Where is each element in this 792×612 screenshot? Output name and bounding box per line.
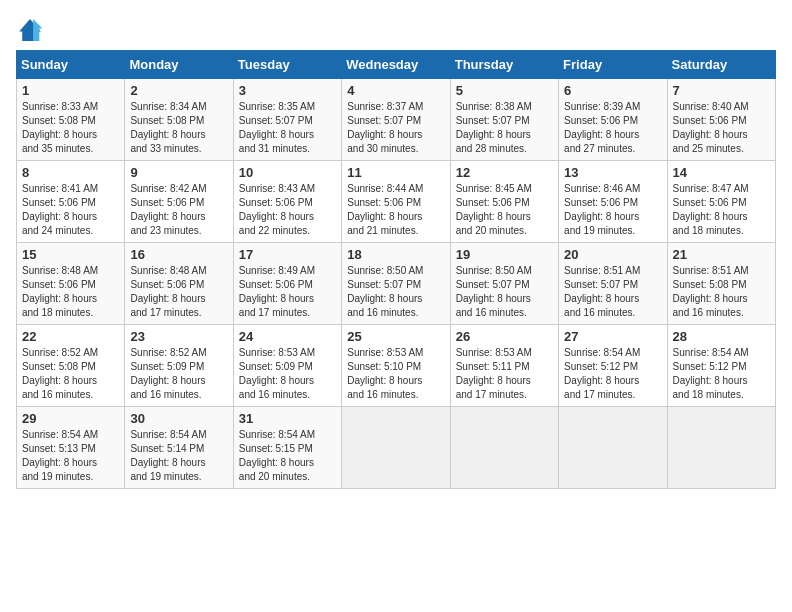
calendar-cell	[667, 407, 775, 489]
weekday-header-saturday: Saturday	[667, 51, 775, 79]
logo-icon	[16, 16, 44, 44]
day-info: Sunrise: 8:42 AMSunset: 5:06 PMDaylight:…	[130, 182, 227, 238]
day-number: 24	[239, 329, 336, 344]
calendar-cell: 19Sunrise: 8:50 AMSunset: 5:07 PMDayligh…	[450, 243, 558, 325]
day-number: 8	[22, 165, 119, 180]
day-info: Sunrise: 8:50 AMSunset: 5:07 PMDaylight:…	[456, 264, 553, 320]
day-info: Sunrise: 8:53 AMSunset: 5:10 PMDaylight:…	[347, 346, 444, 402]
calendar-cell: 10Sunrise: 8:43 AMSunset: 5:06 PMDayligh…	[233, 161, 341, 243]
calendar-cell: 3Sunrise: 8:35 AMSunset: 5:07 PMDaylight…	[233, 79, 341, 161]
calendar-cell: 25Sunrise: 8:53 AMSunset: 5:10 PMDayligh…	[342, 325, 450, 407]
calendar-cell: 26Sunrise: 8:53 AMSunset: 5:11 PMDayligh…	[450, 325, 558, 407]
day-number: 12	[456, 165, 553, 180]
calendar-cell: 5Sunrise: 8:38 AMSunset: 5:07 PMDaylight…	[450, 79, 558, 161]
calendar-cell: 13Sunrise: 8:46 AMSunset: 5:06 PMDayligh…	[559, 161, 667, 243]
day-info: Sunrise: 8:38 AMSunset: 5:07 PMDaylight:…	[456, 100, 553, 156]
calendar-cell: 22Sunrise: 8:52 AMSunset: 5:08 PMDayligh…	[17, 325, 125, 407]
calendar-week-row: 15Sunrise: 8:48 AMSunset: 5:06 PMDayligh…	[17, 243, 776, 325]
day-number: 22	[22, 329, 119, 344]
day-info: Sunrise: 8:46 AMSunset: 5:06 PMDaylight:…	[564, 182, 661, 238]
day-info: Sunrise: 8:39 AMSunset: 5:06 PMDaylight:…	[564, 100, 661, 156]
calendar-week-row: 8Sunrise: 8:41 AMSunset: 5:06 PMDaylight…	[17, 161, 776, 243]
day-number: 14	[673, 165, 770, 180]
day-number: 17	[239, 247, 336, 262]
calendar-cell: 11Sunrise: 8:44 AMSunset: 5:06 PMDayligh…	[342, 161, 450, 243]
day-info: Sunrise: 8:52 AMSunset: 5:09 PMDaylight:…	[130, 346, 227, 402]
day-number: 10	[239, 165, 336, 180]
day-number: 18	[347, 247, 444, 262]
day-number: 25	[347, 329, 444, 344]
weekday-header-thursday: Thursday	[450, 51, 558, 79]
calendar-cell	[559, 407, 667, 489]
calendar-cell: 6Sunrise: 8:39 AMSunset: 5:06 PMDaylight…	[559, 79, 667, 161]
calendar-cell: 21Sunrise: 8:51 AMSunset: 5:08 PMDayligh…	[667, 243, 775, 325]
day-number: 20	[564, 247, 661, 262]
calendar-cell: 27Sunrise: 8:54 AMSunset: 5:12 PMDayligh…	[559, 325, 667, 407]
weekday-header-monday: Monday	[125, 51, 233, 79]
day-number: 21	[673, 247, 770, 262]
day-info: Sunrise: 8:52 AMSunset: 5:08 PMDaylight:…	[22, 346, 119, 402]
day-info: Sunrise: 8:54 AMSunset: 5:15 PMDaylight:…	[239, 428, 336, 484]
calendar-cell: 15Sunrise: 8:48 AMSunset: 5:06 PMDayligh…	[17, 243, 125, 325]
day-info: Sunrise: 8:44 AMSunset: 5:06 PMDaylight:…	[347, 182, 444, 238]
day-info: Sunrise: 8:45 AMSunset: 5:06 PMDaylight:…	[456, 182, 553, 238]
day-number: 15	[22, 247, 119, 262]
day-info: Sunrise: 8:53 AMSunset: 5:09 PMDaylight:…	[239, 346, 336, 402]
weekday-header-wednesday: Wednesday	[342, 51, 450, 79]
calendar-cell: 17Sunrise: 8:49 AMSunset: 5:06 PMDayligh…	[233, 243, 341, 325]
day-info: Sunrise: 8:53 AMSunset: 5:11 PMDaylight:…	[456, 346, 553, 402]
day-number: 28	[673, 329, 770, 344]
day-number: 5	[456, 83, 553, 98]
calendar-cell: 12Sunrise: 8:45 AMSunset: 5:06 PMDayligh…	[450, 161, 558, 243]
calendar-cell: 29Sunrise: 8:54 AMSunset: 5:13 PMDayligh…	[17, 407, 125, 489]
day-number: 26	[456, 329, 553, 344]
day-info: Sunrise: 8:37 AMSunset: 5:07 PMDaylight:…	[347, 100, 444, 156]
calendar-cell	[342, 407, 450, 489]
calendar-cell: 14Sunrise: 8:47 AMSunset: 5:06 PMDayligh…	[667, 161, 775, 243]
weekday-header-row: SundayMondayTuesdayWednesdayThursdayFrid…	[17, 51, 776, 79]
calendar-cell: 24Sunrise: 8:53 AMSunset: 5:09 PMDayligh…	[233, 325, 341, 407]
day-number: 1	[22, 83, 119, 98]
calendar-cell: 23Sunrise: 8:52 AMSunset: 5:09 PMDayligh…	[125, 325, 233, 407]
day-number: 2	[130, 83, 227, 98]
day-number: 19	[456, 247, 553, 262]
calendar-cell: 7Sunrise: 8:40 AMSunset: 5:06 PMDaylight…	[667, 79, 775, 161]
day-number: 27	[564, 329, 661, 344]
day-info: Sunrise: 8:47 AMSunset: 5:06 PMDaylight:…	[673, 182, 770, 238]
day-number: 13	[564, 165, 661, 180]
calendar-cell: 30Sunrise: 8:54 AMSunset: 5:14 PMDayligh…	[125, 407, 233, 489]
day-number: 16	[130, 247, 227, 262]
calendar-cell: 8Sunrise: 8:41 AMSunset: 5:06 PMDaylight…	[17, 161, 125, 243]
logo	[16, 16, 48, 44]
calendar-cell: 9Sunrise: 8:42 AMSunset: 5:06 PMDaylight…	[125, 161, 233, 243]
day-info: Sunrise: 8:34 AMSunset: 5:08 PMDaylight:…	[130, 100, 227, 156]
day-info: Sunrise: 8:41 AMSunset: 5:06 PMDaylight:…	[22, 182, 119, 238]
day-info: Sunrise: 8:33 AMSunset: 5:08 PMDaylight:…	[22, 100, 119, 156]
day-number: 6	[564, 83, 661, 98]
calendar-cell: 4Sunrise: 8:37 AMSunset: 5:07 PMDaylight…	[342, 79, 450, 161]
calendar-cell: 31Sunrise: 8:54 AMSunset: 5:15 PMDayligh…	[233, 407, 341, 489]
day-info: Sunrise: 8:51 AMSunset: 5:08 PMDaylight:…	[673, 264, 770, 320]
calendar-cell: 2Sunrise: 8:34 AMSunset: 5:08 PMDaylight…	[125, 79, 233, 161]
day-info: Sunrise: 8:40 AMSunset: 5:06 PMDaylight:…	[673, 100, 770, 156]
day-info: Sunrise: 8:51 AMSunset: 5:07 PMDaylight:…	[564, 264, 661, 320]
day-info: Sunrise: 8:54 AMSunset: 5:14 PMDaylight:…	[130, 428, 227, 484]
calendar-week-row: 29Sunrise: 8:54 AMSunset: 5:13 PMDayligh…	[17, 407, 776, 489]
calendar-cell: 1Sunrise: 8:33 AMSunset: 5:08 PMDaylight…	[17, 79, 125, 161]
weekday-header-sunday: Sunday	[17, 51, 125, 79]
day-number: 7	[673, 83, 770, 98]
day-info: Sunrise: 8:54 AMSunset: 5:12 PMDaylight:…	[673, 346, 770, 402]
calendar-cell: 16Sunrise: 8:48 AMSunset: 5:06 PMDayligh…	[125, 243, 233, 325]
day-info: Sunrise: 8:54 AMSunset: 5:13 PMDaylight:…	[22, 428, 119, 484]
day-number: 4	[347, 83, 444, 98]
day-number: 31	[239, 411, 336, 426]
day-info: Sunrise: 8:48 AMSunset: 5:06 PMDaylight:…	[130, 264, 227, 320]
calendar-cell	[450, 407, 558, 489]
day-number: 29	[22, 411, 119, 426]
day-info: Sunrise: 8:48 AMSunset: 5:06 PMDaylight:…	[22, 264, 119, 320]
day-info: Sunrise: 8:35 AMSunset: 5:07 PMDaylight:…	[239, 100, 336, 156]
calendar-table: SundayMondayTuesdayWednesdayThursdayFrid…	[16, 50, 776, 489]
day-number: 11	[347, 165, 444, 180]
day-number: 9	[130, 165, 227, 180]
calendar-cell: 28Sunrise: 8:54 AMSunset: 5:12 PMDayligh…	[667, 325, 775, 407]
